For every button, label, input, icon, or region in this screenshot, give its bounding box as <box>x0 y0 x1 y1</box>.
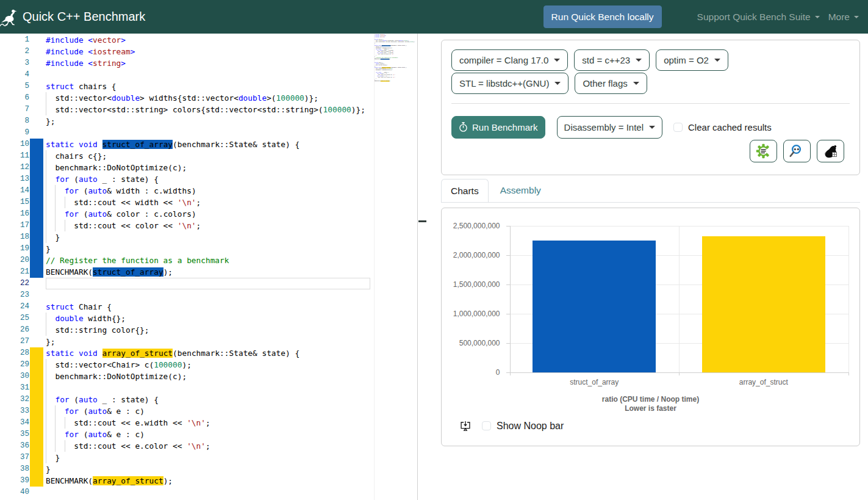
code-line[interactable]: 28static void array_of_struct(benchmark:… <box>0 347 371 359</box>
splitter-drag-handle-icon[interactable] <box>418 220 426 222</box>
line-number[interactable]: 23 <box>0 289 29 301</box>
code-line[interactable]: 16 for (auto& color : c.colors) <box>0 208 371 220</box>
line-number[interactable]: 9 <box>0 127 29 139</box>
code-line[interactable]: 25 double width{}; <box>0 313 371 324</box>
code-line[interactable]: 18 } <box>0 231 371 243</box>
open-in-cpp-insights-button[interactable] <box>783 140 811 162</box>
line-number[interactable]: 19 <box>0 243 29 255</box>
line-number[interactable]: 35 <box>0 429 29 440</box>
line-number[interactable]: 37 <box>0 452 29 463</box>
line-number[interactable]: 30 <box>0 371 29 382</box>
bar-array_of_struct[interactable] <box>702 236 825 372</box>
line-number[interactable]: 5 <box>0 81 29 92</box>
code-line[interactable]: 20// Register the function as a benchmar… <box>0 255 371 266</box>
line-number[interactable]: 6 <box>0 92 29 104</box>
code-line[interactable]: 38} <box>0 463 371 475</box>
tab-charts[interactable]: Charts <box>441 179 489 202</box>
line-number[interactable]: 13 <box>0 173 29 185</box>
line-number[interactable]: 27 <box>0 336 29 347</box>
show-noop-label[interactable]: Show Noop bar <box>497 421 564 432</box>
line-number[interactable]: 20 <box>0 255 29 266</box>
line-number[interactable]: 1 <box>0 34 29 46</box>
disassembly-dropdown[interactable]: Disassembly = Intel <box>557 116 662 139</box>
line-number[interactable]: 26 <box>0 324 29 336</box>
line-number[interactable]: 4 <box>0 69 29 81</box>
code-line[interactable]: 10static void struct_of_array(benchmark:… <box>0 139 371 150</box>
pane-splitter[interactable] <box>418 34 434 500</box>
code-line[interactable]: 24struct Chair { <box>0 301 371 313</box>
code-line[interactable]: 19} <box>0 243 371 255</box>
code-line[interactable]: 22 <box>0 278 371 289</box>
line-number[interactable]: 10 <box>0 139 29 150</box>
nav-link-support-suite[interactable]: Support Quick Bench Suite <box>697 12 820 23</box>
line-number[interactable]: 21 <box>0 266 29 278</box>
line-number[interactable]: 32 <box>0 394 29 405</box>
show-noop-checkbox[interactable] <box>482 421 491 430</box>
clear-cached-checkbox[interactable] <box>673 123 683 132</box>
code-line[interactable]: 11 chairs c{}; <box>0 150 371 162</box>
code-line[interactable]: 1#include <vector> <box>0 34 371 46</box>
download-chart-button[interactable] <box>459 421 471 432</box>
code-line[interactable]: 29 std::vector<Chair> c(100000); <box>0 359 371 371</box>
code-line[interactable]: 2#include <iostream> <box>0 46 371 57</box>
line-number[interactable]: 16 <box>0 208 29 220</box>
code-line[interactable]: 36 std::cout << e.color << '\n'; <box>0 440 371 452</box>
line-number[interactable]: 31 <box>0 382 29 394</box>
nav-link-more[interactable]: More <box>828 12 859 23</box>
code-line[interactable]: 6 std::vector<double> widths{std::vector… <box>0 92 371 104</box>
code-line[interactable]: 32 for (auto _ : state) { <box>0 394 371 405</box>
code-line[interactable]: 31 <box>0 382 371 394</box>
line-number[interactable]: 12 <box>0 162 29 173</box>
bar-struct_of_array[interactable] <box>533 241 656 372</box>
line-number[interactable]: 29 <box>0 359 29 371</box>
quick-bench-roadrunner-logo-icon[interactable] <box>0 7 20 27</box>
code-line[interactable]: 15 std::cout << width << '\n'; <box>0 197 371 208</box>
line-number[interactable]: 33 <box>0 405 29 417</box>
code-line[interactable]: 30 benchmark::DoNotOptimize(c); <box>0 371 371 382</box>
code-line[interactable]: 40 <box>0 487 371 498</box>
editor-minimap[interactable]: #include <vector>#include <iostream>#inc… <box>374 34 418 500</box>
code-line[interactable]: 23 <box>0 289 371 301</box>
code-editor[interactable]: 1#include <vector>2#include <iostream>3#… <box>0 34 418 500</box>
code-line[interactable]: 7 std::vector<std::string> colors{std::v… <box>0 104 371 115</box>
code-line[interactable]: 37 } <box>0 452 371 463</box>
std-dropdown[interactable]: std = c++23 <box>574 49 650 71</box>
compiler-dropdown[interactable]: compiler = Clang 17.0 <box>451 49 568 71</box>
tab-assembly[interactable]: Assembly <box>491 179 550 202</box>
line-number[interactable]: 36 <box>0 440 29 452</box>
code-line[interactable]: 27}; <box>0 336 371 347</box>
run-quick-bench-locally-button[interactable]: Run Quick Bench locally <box>543 5 662 29</box>
line-number[interactable]: 15 <box>0 197 29 208</box>
line-number[interactable]: 3 <box>0 57 29 69</box>
line-number[interactable]: 7 <box>0 104 29 115</box>
code-line[interactable]: 3#include <string> <box>0 57 371 69</box>
code-line[interactable]: 13 for (auto _ : state) { <box>0 173 371 185</box>
line-number[interactable]: 34 <box>0 417 29 429</box>
code-line[interactable]: 21BENCHMARK(struct_of_array); <box>0 266 371 278</box>
code-line[interactable]: 5struct chairs { <box>0 81 371 92</box>
code-line[interactable]: 39BENCHMARK(array_of_struct); <box>0 475 371 487</box>
line-number[interactable]: 28 <box>0 347 29 359</box>
line-number[interactable]: 39 <box>0 475 29 487</box>
code-line[interactable]: 35 for (auto& e : c) <box>0 429 371 440</box>
code-line[interactable]: 33 for (auto& e : c) <box>0 405 371 417</box>
line-number[interactable]: 17 <box>0 220 29 231</box>
line-number[interactable]: 22 <box>0 278 29 289</box>
open-in-compiler-explorer-button[interactable] <box>750 140 777 162</box>
line-number[interactable]: 8 <box>0 115 29 127</box>
line-number[interactable]: 40 <box>0 487 29 498</box>
code-line[interactable]: 26 std::string color{}; <box>0 324 371 336</box>
line-number[interactable]: 38 <box>0 463 29 475</box>
other-flags-dropdown[interactable]: Other flags <box>575 73 647 94</box>
code-line[interactable]: 8}; <box>0 115 371 127</box>
code-line[interactable]: 9 <box>0 127 371 139</box>
code-line[interactable]: 17 std::cout << color << '\n'; <box>0 220 371 231</box>
line-number[interactable]: 11 <box>0 150 29 162</box>
code-line[interactable]: 12 benchmark::DoNotOptimize(c); <box>0 162 371 173</box>
optim-dropdown[interactable]: optim = O2 <box>656 49 728 71</box>
stl-dropdown[interactable]: STL = libstdc++(GNU) <box>451 73 569 94</box>
code-line[interactable]: 34 std::cout << e.width << '\n'; <box>0 417 371 429</box>
code-line[interactable]: 4 <box>0 69 371 81</box>
clear-cached-label[interactable]: Clear cached results <box>688 122 772 132</box>
open-in-build-bench-button[interactable] <box>817 140 844 162</box>
